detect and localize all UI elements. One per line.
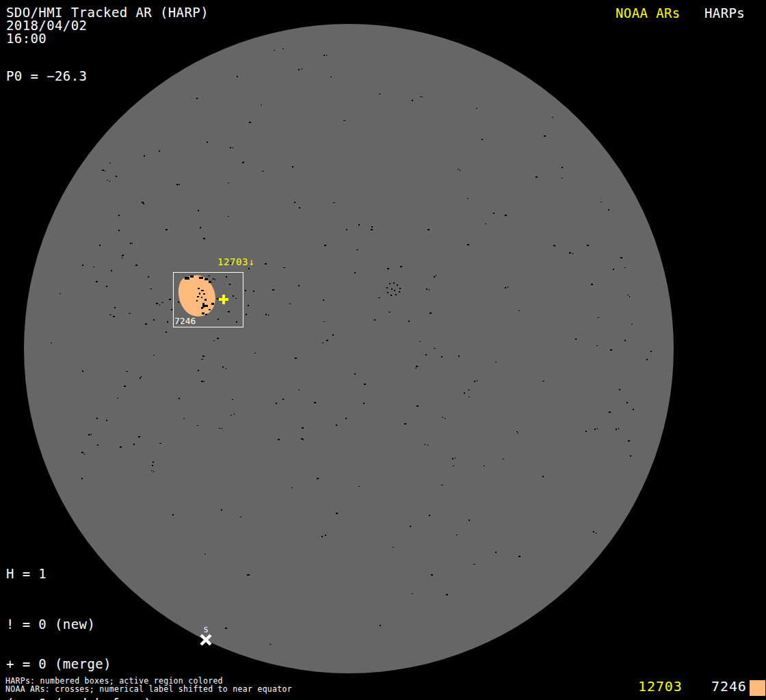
observation-time: 16:00: [6, 32, 47, 45]
counter-new: ! = 0 (new): [6, 618, 160, 631]
noaa-ar-label: 12703↓: [217, 256, 254, 267]
harp-plot-window: 7246 12703↓ S SDO/HMI Tracked AR (HARP) …: [0, 0, 766, 700]
footer-harp-id: 7246: [711, 679, 747, 693]
harp-count-readout: H = 1: [6, 567, 47, 580]
counter-pad-before: ( = 0 (pad before): [6, 697, 160, 700]
legend-harps-label: HARPs: [704, 7, 745, 20]
counter-merge: + = 0 (merge): [6, 658, 160, 671]
legend-noaa-ars-label: NOAA ARs: [616, 7, 681, 20]
solar-disk: [24, 24, 674, 673]
harp-box-number: 7246: [174, 316, 196, 326]
footer-noaa-id: 12703: [638, 679, 683, 693]
footnote-noaa: NOAA ARs: crosses; numerical label shift…: [5, 686, 292, 693]
south-pole-label: S: [204, 625, 209, 634]
p0-angle-readout: P0 = −26.3: [6, 70, 87, 83]
footnote-harps: HARPs: numbered boxes; active region col…: [5, 677, 223, 685]
active-region-color-swatch: [750, 680, 765, 696]
